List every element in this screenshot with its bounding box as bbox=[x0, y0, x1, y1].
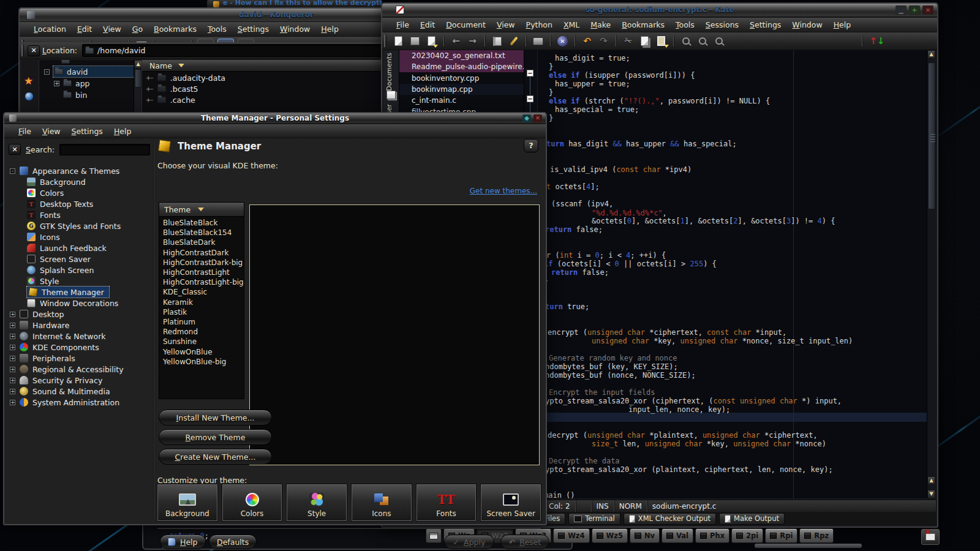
menu-edit[interactable]: Edit bbox=[72, 23, 97, 36]
tree-item-david[interactable]: -david bbox=[39, 66, 141, 77]
theme-item-Keramik[interactable]: Keramik bbox=[159, 298, 244, 307]
menu-tools[interactable]: Tools bbox=[670, 18, 700, 31]
zoom-out-icon[interactable] bbox=[712, 35, 725, 48]
menu-window[interactable]: Window bbox=[274, 23, 315, 36]
expander-icon[interactable]: + bbox=[10, 312, 15, 317]
undo-icon[interactable]: ↶ bbox=[581, 35, 594, 48]
apply-button[interactable]: ✓Apply bbox=[444, 534, 494, 549]
menu-settings[interactable]: Settings bbox=[66, 125, 108, 138]
theme-item-Sunshine[interactable]: Sunshine bbox=[159, 337, 244, 347]
toolview-tab-make-output[interactable]: Make Output bbox=[719, 513, 785, 525]
taskbar-button-Phx[interactable]: Phx bbox=[695, 528, 729, 543]
expander-icon[interactable]: + bbox=[10, 345, 15, 350]
expander-icon[interactable]: - bbox=[44, 69, 50, 75]
menu-python[interactable]: Python bbox=[521, 18, 558, 31]
theme-item-HighContrastDark[interactable]: HighContrastDark bbox=[159, 248, 244, 258]
whats-this-help-button[interactable]: ? bbox=[524, 139, 538, 152]
kate-scrollbar[interactable]: ▲ ▲ ▼ bbox=[927, 50, 936, 498]
fold-marker-icon[interactable]: − bbox=[527, 96, 533, 102]
menu-edit[interactable]: Edit bbox=[415, 18, 440, 31]
customize-icons-button[interactable]: Icons bbox=[352, 484, 412, 521]
search-input[interactable] bbox=[59, 144, 150, 156]
menu-bookmarks[interactable]: Bookmarks bbox=[148, 23, 202, 36]
taskbar-button-Nv[interactable]: Nv bbox=[630, 528, 660, 543]
theme-column-header[interactable]: Theme bbox=[159, 203, 244, 217]
paste-icon[interactable] bbox=[655, 35, 668, 48]
customize-colors-button[interactable]: Colors bbox=[222, 484, 282, 521]
cut-icon[interactable]: ✂ bbox=[622, 35, 635, 48]
settings-tree-item-window-decorations[interactable]: Window Decorations bbox=[27, 298, 118, 309]
menu-sessions[interactable]: Sessions bbox=[700, 18, 744, 31]
expander-icon[interactable]: + bbox=[10, 367, 15, 372]
menu-file[interactable]: File bbox=[13, 125, 37, 138]
tree-item-bin[interactable]: bin bbox=[39, 89, 141, 100]
theme-list[interactable]: Theme BlueSlateBlackBlueSlateBlack154Blu… bbox=[159, 202, 244, 399]
redo-icon[interactable]: ↷ bbox=[597, 35, 610, 48]
settings-tree-item-gtk-styles-and-fonts[interactable]: GTK Styles and Fonts bbox=[27, 220, 121, 231]
tab-documents[interactable]: Documents bbox=[385, 53, 393, 91]
document-item[interactable]: 20230402_so_general.txt bbox=[399, 50, 524, 61]
settings-tree-item-splash-screen[interactable]: Splash Screen bbox=[27, 264, 94, 276]
scroll-up-icon[interactable]: ▲ bbox=[927, 50, 935, 59]
toolbar-grip[interactable] bbox=[21, 45, 24, 56]
theme-item-Plastik[interactable]: Plastik bbox=[159, 307, 244, 317]
settings-tree-item-kde-components[interactable]: +KDE Components bbox=[10, 342, 99, 353]
menu-settings[interactable]: Settings bbox=[232, 23, 274, 36]
toolview-tab-xml-checker-output[interactable]: XML Checker Output bbox=[624, 513, 716, 525]
settings-tree-item-style[interactable]: Style bbox=[27, 276, 59, 287]
find-icon[interactable] bbox=[679, 35, 692, 48]
print-queue-stopped-icon[interactable]: ✕ bbox=[921, 529, 940, 545]
expander-icon[interactable]: + bbox=[10, 356, 15, 361]
settings-tree-item-fonts[interactable]: Fonts bbox=[27, 209, 61, 220]
help-button[interactable]: Help bbox=[160, 534, 206, 549]
theme-item-HighContrastLight-big[interactable]: HighContrastLight-big bbox=[159, 277, 244, 287]
menu-document[interactable]: Document bbox=[440, 18, 491, 31]
save-icon[interactable] bbox=[409, 35, 421, 48]
close-button[interactable]: ✕ bbox=[533, 114, 542, 122]
settings-tree-item-security-privacy[interactable]: +Security & Privacy bbox=[10, 375, 102, 386]
theme-item-BlueSlateBlack[interactable]: BlueSlateBlack bbox=[159, 218, 244, 228]
theme-item-KDE_Classic[interactable]: KDE_Classic bbox=[159, 287, 244, 297]
document-config-icon[interactable] bbox=[425, 35, 438, 48]
theme-manager-titlebar[interactable]: Theme Manager - Personal Settings ◆ ✕ bbox=[4, 113, 546, 124]
forward-icon[interactable]: → bbox=[466, 35, 479, 48]
settings-tree-item-sound-multimedia[interactable]: +Sound & Multimedia bbox=[10, 386, 110, 397]
copy-icon[interactable] bbox=[638, 35, 651, 48]
defaults-button[interactable]: Defaults bbox=[209, 534, 257, 549]
theme-item-HighContrastDark-big[interactable]: HighContrastDark-big bbox=[159, 258, 244, 268]
scroll-up-icon[interactable]: ▲ bbox=[134, 60, 142, 69]
document-item[interactable]: bookinvmap.cpp bbox=[399, 84, 524, 95]
scroll-down-icon[interactable]: ▼ bbox=[927, 490, 935, 498]
window-list-icon[interactable] bbox=[426, 528, 442, 543]
get-new-themes-link[interactable]: Get new themes... bbox=[470, 187, 537, 195]
expander-icon[interactable]: + bbox=[10, 378, 15, 383]
settings-tree-item-launch-feedback[interactable]: Launch Feedback bbox=[27, 242, 107, 253]
theme-manager-window[interactable]: Theme Manager - Personal Settings ◆ ✕ Fi… bbox=[3, 112, 547, 525]
settings-tree-item-desktop[interactable]: +Desktop bbox=[10, 309, 64, 320]
expander-icon[interactable]: + bbox=[10, 389, 15, 394]
scroll-thumb[interactable] bbox=[135, 69, 141, 88]
menu-settings[interactable]: Settings bbox=[744, 18, 786, 31]
install-new-theme-button[interactable]: Install New Theme... bbox=[159, 410, 272, 425]
settings-tree-item-icons[interactable]: Icons bbox=[27, 231, 60, 242]
settings-tree-item-background[interactable]: Background bbox=[27, 176, 86, 187]
theme-item-HighContrastLight[interactable]: HighContrastLight bbox=[159, 268, 244, 277]
settings-tree-item-theme-manager[interactable]: Theme Manager bbox=[27, 287, 109, 298]
menu-go[interactable]: Go bbox=[127, 23, 148, 36]
zoom-in-icon[interactable] bbox=[696, 35, 709, 48]
close-button[interactable]: ✕ bbox=[922, 6, 933, 15]
expander-icon[interactable]: - bbox=[10, 168, 15, 174]
menu-help[interactable]: Help bbox=[108, 125, 137, 138]
shade-button[interactable]: ◆ bbox=[522, 114, 531, 122]
customize-screen-saver-button[interactable]: Screen Saver bbox=[481, 484, 541, 521]
settings-tree-item-desktop-texts[interactable]: Desktop Texts bbox=[27, 198, 93, 209]
scroll-up2-icon[interactable]: ▲ bbox=[927, 476, 935, 485]
reset-button[interactable]: ↶Reset bbox=[500, 534, 549, 549]
close-document-icon[interactable]: ✕ bbox=[556, 35, 569, 48]
theme-item-BlueSlateDark[interactable]: BlueSlateDark bbox=[159, 238, 244, 247]
print-icon[interactable] bbox=[532, 35, 545, 48]
settings-tree-item-colors[interactable]: Colors bbox=[27, 187, 64, 198]
tree-item-app[interactable]: +app bbox=[39, 78, 141, 89]
edit-icon[interactable] bbox=[507, 35, 520, 48]
expander-icon[interactable]: + bbox=[54, 81, 59, 86]
